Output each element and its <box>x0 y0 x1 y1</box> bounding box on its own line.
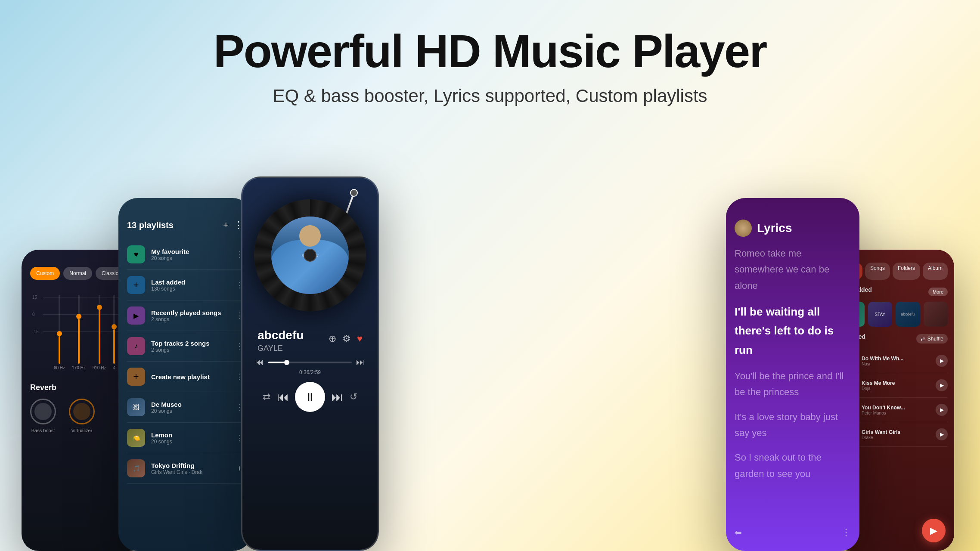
lyrics-header: Lyrics <box>735 220 851 237</box>
playlist-info-tokyo: Tokyo Drifting Girls Want Girls · Drak <box>151 462 231 475</box>
shuffle-icon: ⇄ <box>921 336 925 342</box>
song-name: Do With Me Wh... <box>862 356 931 362</box>
playlist-song-count: 20 songs <box>151 408 229 414</box>
phones-container: Custom Normal Classical Dan... 15 0 -15 … <box>0 121 980 551</box>
song-info: Kiss Me More Doja <box>862 380 931 391</box>
song-artist: Doja <box>862 386 931 391</box>
vinyl-record: abcdefu <box>254 199 366 311</box>
eq-tab-custom[interactable]: Custom <box>30 267 60 280</box>
song-info: You Don't Know... Peter Manos <box>862 405 931 415</box>
song-play-button[interactable]: ▶ <box>936 404 948 416</box>
svg-point-1 <box>350 189 357 196</box>
song-play-button[interactable]: ▶ <box>936 379 948 391</box>
virtualizer-knob[interactable]: Virtualizer <box>69 399 95 433</box>
playlist-info-lemon: Lemon 20 songs <box>151 431 229 445</box>
playlist-name: Recently played songs <box>151 309 229 316</box>
progress-bar[interactable] <box>268 362 352 363</box>
playlist-actions: + ⋮ <box>223 220 243 231</box>
lib-tab-songs[interactable]: Songs <box>865 263 890 280</box>
lyrics-line-3: You'll be the prince and I'll be the pri… <box>735 368 851 400</box>
record-center <box>304 249 316 262</box>
playlist-count-title: 13 playlists <box>127 220 174 230</box>
song-artist: Nasr <box>862 362 931 366</box>
shuffle-badge[interactable]: ⇄ Shuffle <box>916 334 948 344</box>
list-item[interactable]: ♪ Top tracks 2 songs 2 songs ⋮ <box>127 331 243 362</box>
list-item[interactable]: + Create new playlist ⋮ <box>127 362 243 392</box>
playlist-icon-create: + <box>127 368 145 386</box>
shuffle-label: Shuffle <box>927 336 943 342</box>
progress-dot <box>284 360 289 365</box>
rewind-10-icon[interactable]: ⏮ <box>255 357 264 367</box>
playlist-song-count: 20 songs <box>151 439 229 445</box>
eq-bar-1[interactable]: 60 Hz <box>54 295 65 370</box>
list-item[interactable]: 🖼 De Museo 20 songs ⋮ <box>127 392 243 423</box>
more-button[interactable]: More <box>928 288 948 296</box>
lyrics-more-icon[interactable]: ⋮ <box>841 527 851 538</box>
list-item[interactable]: + Last added 130 songs ⋮ <box>127 270 243 300</box>
main-subtitle: EQ & bass booster, Lyrics supported, Cus… <box>0 86 980 106</box>
eq-bar-2[interactable]: 170 Hz <box>72 295 86 370</box>
player-phone: abcdefu abcdefu GAYLE ⊕ ⚙ ♥ <box>241 176 379 551</box>
eq-bar-3[interactable]: 910 Hz <box>93 295 106 370</box>
playlist-song-count: 130 songs <box>151 286 229 292</box>
playlist-icon-lemon: 🍋 <box>127 429 145 447</box>
playlist-add-icon[interactable]: ⊕ <box>329 333 336 344</box>
song-artist: Drake <box>862 435 931 440</box>
lyrics-back-icon[interactable]: ⬅ <box>735 527 742 538</box>
eq-icon[interactable]: ⚙ <box>342 333 351 344</box>
orange-play-button[interactable]: ▶ <box>922 519 946 542</box>
shuffle-button[interactable]: ⇄ <box>263 391 270 402</box>
lib-thumb-abcdefu[interactable]: abcdefu <box>896 302 920 327</box>
previous-button[interactable]: ⏮ <box>277 390 289 404</box>
bass-boost-label: Bass boost <box>31 428 55 433</box>
playlist-icon-top-tracks: ♪ <box>127 337 145 355</box>
lib-thumb-extra[interactable] <box>924 302 948 327</box>
song-name: Kiss Me More <box>862 380 931 386</box>
song-play-button[interactable]: ▶ <box>936 428 948 440</box>
playlist-song-count: 2 songs <box>151 316 229 322</box>
eq-bar-4[interactable]: 4 <box>113 295 115 370</box>
playlist-info-de-museo: De Museo 20 songs <box>151 401 229 414</box>
add-playlist-icon[interactable]: + <box>223 220 229 231</box>
heart-icon[interactable]: ♥ <box>357 333 363 344</box>
playlist-icon-last-added: + <box>127 276 145 294</box>
lyrics-line-1: Romeo take me somewhere we can be alone <box>735 245 851 294</box>
playlist-info-last-added: Last added 130 songs <box>151 279 229 292</box>
lyrics-phone: Lyrics Romeo take me somewhere we can be… <box>726 198 859 551</box>
playlist-content: 13 playlists + ⋮ ♥ My favourite 20 songs… <box>118 198 252 551</box>
playlist-info-top-tracks: Top tracks 2 songs 2 songs <box>151 340 229 353</box>
next-button[interactable]: ⏭ <box>331 390 343 404</box>
list-item[interactable]: 🎵 Tokyo Drifting Girls Want Girls · Drak… <box>127 453 243 484</box>
playlist-name: Create new playlist <box>151 373 229 381</box>
bass-boost-knob[interactable]: Bass boost <box>30 399 56 433</box>
song-info: Do With Me Wh... Nasr <box>862 356 931 366</box>
lib-tab-album[interactable]: Album <box>923 263 948 280</box>
playlist-icon-favourite: ♥ <box>127 245 145 263</box>
playlist-song-count: Girls Want Girls · Drak <box>151 469 231 475</box>
lyrics-line-4: It's a love story baby just say yes <box>735 409 851 441</box>
play-icon: ▶ <box>930 525 937 536</box>
list-item[interactable]: ▶ Recently played songs 2 songs ⋮ <box>127 300 243 331</box>
list-item[interactable]: 🍋 Lemon 20 songs ⋮ <box>127 423 243 453</box>
list-item[interactable]: ♥ My favourite 20 songs ⋮ <box>127 239 243 270</box>
lib-tab-folders[interactable]: Folders <box>893 263 920 280</box>
repeat-button[interactable]: ↺ <box>350 391 357 402</box>
pause-icon: ⏸ <box>304 390 316 404</box>
playlist-icon-de-museo: 🖼 <box>127 398 145 416</box>
playlist-name: Top tracks 2 songs <box>151 340 229 347</box>
song-play-button[interactable]: ▶ <box>936 355 948 367</box>
playlist-name: De Museo <box>151 401 229 408</box>
playlist-phone: 13 playlists + ⋮ ♥ My favourite 20 songs… <box>118 198 252 551</box>
page-header: Powerful HD Music Player EQ & bass boost… <box>0 0 980 119</box>
progress-container[interactable]: ⏮ ⏭ 0:36/2:59 <box>251 357 369 375</box>
song-artist: Peter Manos <box>862 411 931 415</box>
forward-10-icon[interactable]: ⏭ <box>356 357 365 367</box>
lyrics-title: Lyrics <box>757 221 792 235</box>
lib-thumb-stay[interactable]: STAY <box>868 302 893 327</box>
pause-button[interactable]: ⏸ <box>295 382 325 412</box>
record-container: abcdefu <box>251 186 369 324</box>
playlist-info-recently-played: Recently played songs 2 songs <box>151 309 229 322</box>
eq-tab-normal[interactable]: Normal <box>63 267 92 280</box>
playlist-name: My favourite <box>151 248 229 255</box>
lyrics-content: Lyrics Romeo take me somewhere we can be… <box>726 198 859 551</box>
